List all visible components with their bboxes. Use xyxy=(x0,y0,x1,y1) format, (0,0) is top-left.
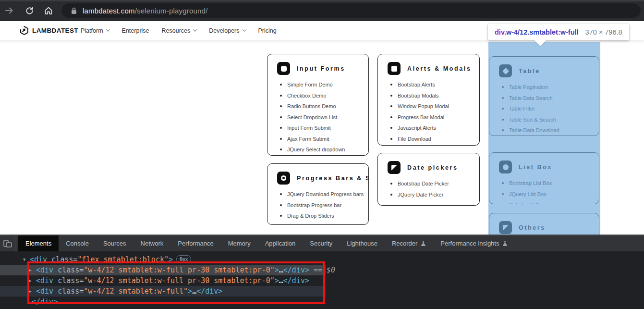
dom-tree-row[interactable]: ▶<div class="w-4/12 smtablet:w-full">…</… xyxy=(0,286,644,297)
tab-label: Sources xyxy=(103,240,126,247)
card-link[interactable]: Checkbox Demo xyxy=(280,93,368,99)
card-link[interactable]: Table Data Search xyxy=(502,95,599,101)
dom-node-markup: <div class="w-4/12 smtablet:w-full pr-30… xyxy=(0,265,335,275)
diamond-icon-glyph xyxy=(502,67,509,74)
tab-label: Performance insights xyxy=(440,240,499,247)
card-link[interactable]: Bootstrap Modals xyxy=(390,93,479,99)
tab-label: Recorder xyxy=(392,240,417,247)
card-table: TableTable PaginationTable Data SearchTa… xyxy=(489,56,599,136)
nav-item-pricing[interactable]: Pricing xyxy=(258,27,277,34)
card-link[interactable]: Select Dropdown List xyxy=(280,114,368,120)
nav-item-resources[interactable]: Resources xyxy=(162,27,197,34)
forward-button[interactable] xyxy=(4,5,14,16)
url-text: lambdatest.com/selenium-playground/ xyxy=(83,7,207,15)
tab-label: Console xyxy=(66,240,89,247)
card-link[interactable]: Table Sort & Search xyxy=(502,117,599,123)
devtools-tab-security[interactable]: Security xyxy=(303,235,340,251)
card-link[interactable]: Bootstrap List Box xyxy=(502,180,599,186)
card-others: Others xyxy=(489,213,599,235)
devtools-tab-elements[interactable]: Elements xyxy=(18,235,59,251)
dom-tree-row[interactable]: ▶<div class="w-4/12 smtablet:w-full pr-3… xyxy=(0,265,644,275)
tooltip-caret-icon xyxy=(534,40,547,46)
brand-name: LAMBDATEST xyxy=(32,27,78,34)
card-link[interactable]: Table Filter xyxy=(502,106,599,111)
card-link[interactable]: Javascript Alerts xyxy=(390,125,479,131)
devtools-tab-recorder[interactable]: Recorder xyxy=(385,235,433,251)
card-header: Table xyxy=(499,64,599,77)
card-link[interactable]: Bootstrap Date Picker xyxy=(390,181,479,186)
url-host: lambdatest.com xyxy=(83,7,135,15)
tooltip-dimensions: 370 × 796.8 xyxy=(585,28,622,36)
experimental-flask-icon xyxy=(502,240,508,247)
home-button[interactable] xyxy=(43,5,54,16)
tooltip-tag: div xyxy=(495,28,504,36)
token-plain: … xyxy=(279,276,283,285)
card-list-box: List BoxBootstrap List BoxJQuery List Bo… xyxy=(489,152,599,204)
inspect-tooltip: div.w-4/12.smtablet:w-full 370 × 796.8 xyxy=(488,24,629,40)
card-link[interactable]: JQuery Download Progress bars xyxy=(280,191,368,197)
token-tag: <div xyxy=(36,276,53,285)
token-tag: > xyxy=(169,255,173,264)
dom-tree-row[interactable]: ▶<div class="w-4/12 smtablet:w-full pr-3… xyxy=(0,275,644,286)
token-tag: </div> xyxy=(283,276,309,285)
ring-icon-glyph xyxy=(281,175,286,181)
card-link[interactable]: Bootstrap Progress bar xyxy=(280,202,368,208)
site-logo[interactable]: LAMBDATEST xyxy=(19,25,78,36)
token-tag: > xyxy=(275,266,279,274)
token-attr: class xyxy=(58,266,79,274)
toggle-device-toolbar-button[interactable] xyxy=(0,235,15,251)
dom-tree-row[interactable]: … xyxy=(0,307,644,309)
nav-item-developers[interactable]: Developers xyxy=(209,27,245,34)
card-link[interactable]: Table Pagination xyxy=(502,84,599,90)
card-title: Others xyxy=(519,224,546,231)
card-alerts-modals: Alerts & ModalsBootstrap AlertsBootstrap… xyxy=(377,54,480,146)
card-link[interactable]: JQuery List Box xyxy=(502,191,599,197)
card-link[interactable]: Input Form Submit xyxy=(280,125,368,131)
flag-icon xyxy=(388,161,401,174)
circle-icon-glyph xyxy=(503,164,509,170)
dom-node-markup: </div> xyxy=(0,297,58,307)
devtools-tab-console[interactable]: Console xyxy=(59,235,96,251)
dom-tree-row[interactable]: ▼<div class="flex smtablet:block">flex xyxy=(0,254,644,265)
devtools-tab-performance-insights[interactable]: Performance insights xyxy=(433,235,515,251)
devtools-tab-performance[interactable]: Performance xyxy=(170,235,220,251)
tab-label: Application xyxy=(265,240,296,247)
devtools-tab-lighthouse[interactable]: Lighthouse xyxy=(340,235,385,251)
nav-item-platform[interactable]: Platform xyxy=(81,27,109,34)
card-link[interactable]: Drag & Drop Sliders xyxy=(280,213,368,219)
card-link[interactable]: JQuery Select dropdown xyxy=(280,147,368,152)
card-link[interactable]: JQuery Date Picker xyxy=(390,192,479,198)
card-link[interactable]: Progress Bar Modal xyxy=(390,114,479,120)
token-attr: class xyxy=(58,276,79,285)
devtools-tab-memory[interactable]: Memory xyxy=(221,235,258,251)
dom-tree-row[interactable]: </div> xyxy=(0,297,644,307)
forward-arrow-icon xyxy=(4,6,14,15)
card-link[interactable]: Table Data Download xyxy=(502,127,599,133)
flex-badge[interactable]: flex xyxy=(176,255,191,263)
card-link[interactable]: Radio Buttons Demo xyxy=(280,103,368,109)
devtools-tab-application[interactable]: Application xyxy=(258,235,303,251)
token-tag: </div> xyxy=(196,287,222,296)
card-link[interactable]: Window Popup Modal xyxy=(390,103,479,109)
dom-node-markup: <div class="flex smtablet:block">flex xyxy=(0,254,191,265)
card-link[interactable]: Ajax Form Submit xyxy=(280,136,368,142)
card-link-list: Bootstrap List BoxJQuery List BoxData Li… xyxy=(502,180,599,204)
card-link[interactable]: Bootstrap Alerts xyxy=(390,82,479,87)
devtools-tabs: ElementsConsoleSourcesNetworkPerformance… xyxy=(18,235,515,251)
devtools-tab-sources[interactable]: Sources xyxy=(96,235,134,251)
elements-dom-tree: ▼<div class="flex smtablet:block">flex▶<… xyxy=(0,251,644,309)
dom-node-markup: … xyxy=(0,307,69,309)
card-link[interactable]: Data List Filter xyxy=(502,202,599,204)
nav-item-enterprise[interactable]: Enterprise xyxy=(122,27,149,34)
reload-button[interactable] xyxy=(24,5,35,16)
url-bar[interactable]: lambdatest.com/selenium-playground/ xyxy=(61,3,641,18)
card-input-forms: Input FormsSimple Form DemoCheckbox Demo… xyxy=(267,54,369,156)
flag-icon-glyph xyxy=(391,165,397,171)
devtools-tab-network[interactable]: Network xyxy=(134,235,171,251)
card-link[interactable]: Simple Form Demo xyxy=(280,82,368,87)
token-eq: = xyxy=(79,276,84,285)
token-eq: = xyxy=(79,266,84,274)
card-title: Date pickers xyxy=(407,164,458,171)
device-toolbar-icon xyxy=(3,240,12,247)
card-link[interactable]: File Download xyxy=(390,136,479,142)
